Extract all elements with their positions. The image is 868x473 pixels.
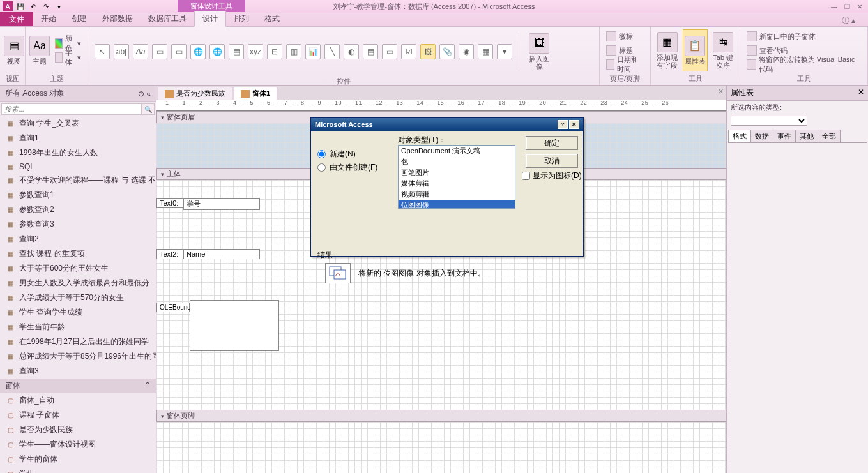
fonts-button[interactable]: 字体▾ xyxy=(52,51,84,64)
nav-query-item[interactable]: 学生 查询学生成绩 xyxy=(0,305,156,320)
button-tool-icon[interactable]: ▭ xyxy=(152,44,167,59)
listbox-tool-icon[interactable]: ▤ xyxy=(363,44,378,59)
object-type-option[interactable]: 包 xyxy=(399,156,515,167)
nav-collapse-icon[interactable]: ⊙ « xyxy=(138,89,151,98)
nav-query-item[interactable]: 在1998年1月27日之后出生的张姓同学 xyxy=(0,334,156,349)
tab-create[interactable]: 创建 xyxy=(64,11,95,26)
tab-design[interactable]: 设计 xyxy=(194,11,226,27)
doc-tab-1[interactable]: 是否为少数民族 xyxy=(158,87,232,100)
nav-query-item[interactable]: 入学成绩大于等于570分的女生 xyxy=(0,290,156,305)
access-app-icon[interactable]: A xyxy=(3,1,13,11)
add-fields-button[interactable]: ▦添加现有字段 xyxy=(655,29,680,71)
nav-query-item[interactable]: 参数查询1 xyxy=(0,188,156,202)
object-type-option[interactable]: 位图图像 xyxy=(399,200,515,209)
nav-query-item[interactable]: 查询2 xyxy=(0,232,156,246)
nav-query-item[interactable]: 查询 学生_交叉表 xyxy=(0,116,156,131)
qat-dropdown-icon[interactable]: ▾ xyxy=(54,1,64,11)
form-footer-section-bar[interactable]: 窗体页脚 xyxy=(156,410,726,422)
prop-tab-event[interactable]: 事件 xyxy=(773,130,796,142)
pagebreak-tool-icon[interactable]: ⊟ xyxy=(267,44,282,59)
nav-form-item[interactable]: 学生的窗体 xyxy=(0,452,156,467)
property-close-icon[interactable]: ✕ xyxy=(858,87,864,98)
dialog-close-icon[interactable]: ✕ xyxy=(569,120,579,129)
nav-query-item[interactable]: 参数查询3 xyxy=(0,217,156,232)
nav-tool-icon[interactable]: ▤ xyxy=(229,44,244,59)
object-type-option[interactable]: 画笔图片 xyxy=(399,167,515,178)
close-button[interactable]: ✕ xyxy=(854,2,865,11)
attachment-tool-icon[interactable]: 📎 xyxy=(439,44,455,59)
prop-tab-data[interactable]: 数据 xyxy=(750,130,773,142)
line-tool-icon[interactable]: ╲ xyxy=(324,44,340,59)
undo-icon[interactable]: ↶ xyxy=(28,1,38,11)
as-icon-checkbox[interactable] xyxy=(522,172,530,180)
ole-label[interactable]: OLEBound xyxy=(156,303,190,312)
nav-query-item[interactable]: 查询3 xyxy=(0,364,156,379)
nav-query-item[interactable]: 男女生人数及入学成绩最高分和最低分 xyxy=(0,276,156,290)
cancel-button[interactable]: 取消 xyxy=(526,154,578,168)
nav-query-item[interactable]: 总评成绩大于等于85分且1996年出生的同... xyxy=(0,349,156,364)
nav-form-item[interactable]: 窗体_自动 xyxy=(0,393,156,408)
web-tool-icon[interactable]: 🌐 xyxy=(209,44,225,59)
option-group-icon[interactable]: xyz xyxy=(248,44,263,59)
text0-label[interactable]: Text0: xyxy=(156,198,183,208)
display-as-icon-check[interactable]: 显示为图标(D) xyxy=(522,170,582,181)
insert-image-button[interactable]: 🖼插入图像 xyxy=(526,31,552,73)
nav-query-item[interactable]: 参数查询2 xyxy=(0,202,156,217)
nav-form-item[interactable]: 是否为少数民族 xyxy=(0,423,156,437)
nav-query-item[interactable]: 查询1 xyxy=(0,131,156,146)
label-tool-icon[interactable]: Aa xyxy=(133,44,148,59)
tab-order-button[interactable]: ↹Tab 键次序 xyxy=(710,29,736,71)
search-icon[interactable]: 🔍 xyxy=(142,103,155,115)
toggle-tool-icon[interactable]: ◐ xyxy=(344,44,359,59)
ok-button[interactable]: 确定 xyxy=(526,136,578,150)
text2-label[interactable]: Text2: xyxy=(156,249,183,259)
nav-query-item[interactable]: 不受学生欢迎的课程——课程 与 选课 不... xyxy=(0,173,156,188)
radio-new-input[interactable] xyxy=(317,150,326,158)
themes-button[interactable]: Aa主题 xyxy=(29,29,50,71)
prop-tab-format[interactable]: 格式 xyxy=(728,130,751,142)
search-input[interactable] xyxy=(1,103,142,115)
view-button[interactable]: ▤视图 xyxy=(4,29,24,71)
more-tools-icon[interactable]: ▾ xyxy=(497,44,512,59)
object-type-option[interactable]: 视频剪辑 xyxy=(399,189,515,200)
nav-form-item[interactable]: 学生 xyxy=(0,467,156,473)
nav-form-item[interactable]: 学生——窗体设计视图 xyxy=(0,437,156,452)
ribbon-help-icon[interactable]: ⓘ ▴ xyxy=(842,15,855,26)
checkbox-tool-icon[interactable]: ☑ xyxy=(401,44,416,59)
rect-tool-icon[interactable]: ▭ xyxy=(382,44,397,59)
redo-icon[interactable]: ↷ xyxy=(41,1,51,11)
tab-file[interactable]: 文件 xyxy=(0,12,33,26)
nav-forms-header[interactable]: 窗体⌃ xyxy=(0,379,156,393)
property-object-combo[interactable] xyxy=(731,116,807,126)
select-tool-icon[interactable]: ↖ xyxy=(95,44,110,59)
option-btn-tool-icon[interactable]: ◉ xyxy=(459,44,474,59)
tab-external-data[interactable]: 外部数据 xyxy=(95,11,141,26)
ole-bound-frame[interactable] xyxy=(190,300,279,351)
nav-form-item[interactable]: 课程 子窗体 xyxy=(0,408,156,423)
textbox-tool-icon[interactable]: ab| xyxy=(114,44,129,59)
nav-query-item[interactable]: 大于等于600分的王姓女生 xyxy=(0,261,156,276)
nav-query-item[interactable]: 1998年出生的女生人数 xyxy=(0,146,156,160)
combo-tool-icon[interactable]: ▥ xyxy=(286,44,301,59)
prop-tab-all[interactable]: 全部 xyxy=(818,130,841,142)
object-type-option[interactable]: OpenDocument 演示文稿 xyxy=(399,146,515,156)
restore-button[interactable]: ❐ xyxy=(841,2,853,11)
unbound-obj-tool-icon[interactable]: 🖼 xyxy=(420,44,436,59)
object-type-option[interactable]: 媒体剪辑 xyxy=(399,178,515,189)
nav-query-item[interactable]: 查找 课程 的重复项 xyxy=(0,246,156,261)
nav-query-item[interactable]: 学生当前年龄 xyxy=(0,320,156,334)
subform-tool-icon[interactable]: ▦ xyxy=(478,44,493,59)
nav-query-item[interactable]: SQL xyxy=(0,160,156,173)
datetime-button[interactable]: 日期和时间 xyxy=(604,58,646,71)
subform-newwin-button[interactable]: 新窗口中的子窗体 xyxy=(744,30,864,43)
convert-macro-button[interactable]: 将窗体的宏转换为 Visual Basic 代码 xyxy=(744,58,864,71)
object-type-list[interactable]: OpenDocument 演示文稿包画笔图片媒体剪辑视频剪辑位图图像写字板文档音… xyxy=(398,145,515,209)
tab-home[interactable]: 开始 xyxy=(33,11,64,26)
text2-caption[interactable]: Name xyxy=(183,249,260,259)
nav-pane-header[interactable]: 所有 Access 对象 ⊙ « xyxy=(0,86,156,102)
hyperlink-tool-icon[interactable]: 🌐 xyxy=(190,44,206,59)
prop-tab-other[interactable]: 其他 xyxy=(795,130,818,142)
nav-list[interactable]: 查询 学生_交叉表 查询11998年出生的女生人数SQL不受学生欢迎的课程——课… xyxy=(0,116,156,473)
save-icon[interactable]: 💾 xyxy=(15,1,26,11)
tab-arrange[interactable]: 排列 xyxy=(226,11,257,26)
